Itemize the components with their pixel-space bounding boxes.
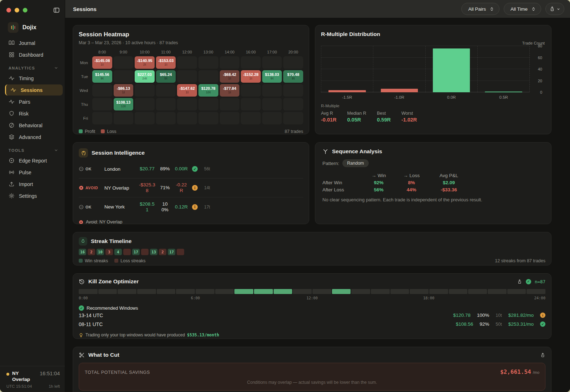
- broadcast-icon: [9, 169, 15, 175]
- intelligence-row[interactable]: AVOID NY Overlap -$325.38 71% -0.22R i 1…: [79, 179, 303, 197]
- export-button[interactable]: [545, 3, 564, 15]
- intelligence-row[interactable]: OK New York $208.51 100% 0.12R i 17t: [79, 197, 303, 216]
- sidebar-item-import[interactable]: Import: [0, 178, 65, 190]
- intelligence-row[interactable]: OK London $20.77 89% 0.00R ✓ 56t: [79, 160, 303, 179]
- sidebar-item-edge-report[interactable]: Edge Report: [0, 155, 65, 166]
- heatmap-cell: [177, 70, 197, 83]
- hour-segment: [507, 289, 526, 294]
- sidebar-section-tools[interactable]: TOOLS: [0, 143, 65, 155]
- killzone-axis: 0:00 6:00 12:00 18:00 24:00: [79, 296, 545, 301]
- sidebar-item-risk[interactable]: Risk: [0, 108, 65, 119]
- heatmap-cell[interactable]: $108.1313t: [114, 98, 134, 110]
- loss-streak-chip: [141, 249, 149, 255]
- win-streak-chip: 16: [79, 249, 86, 255]
- savings-summary-box: TOTAL POTENTIAL SAVINGS $2,661.54 /mo Co…: [79, 363, 545, 391]
- sidebar-item-advanced[interactable]: Advanced: [0, 131, 65, 143]
- sidebar-item-pulse[interactable]: Pulse: [0, 166, 65, 178]
- x-tick-label: -1.0R: [373, 95, 426, 99]
- share-icon[interactable]: [540, 352, 545, 358]
- check-badge-icon: ✓: [192, 166, 198, 172]
- brand: Dojix: [0, 16, 65, 36]
- pairs-filter-dropdown[interactable]: All Pairs: [461, 3, 499, 15]
- heatmap-cell: [283, 112, 303, 124]
- hour-segment: [274, 289, 292, 294]
- heatmap-cell: [220, 112, 240, 124]
- loss-streak-chip: 3: [105, 249, 113, 255]
- bar-0.5R: [485, 92, 522, 92]
- what-to-cut-title: What to Cut: [88, 352, 119, 358]
- heatmap-cell: [241, 98, 261, 110]
- hour-segment: [118, 289, 136, 294]
- bar-slot: [477, 46, 529, 92]
- heatmap-cell[interactable]: $138.039t: [262, 70, 282, 83]
- heatmap-cell[interactable]: $120.7810t: [198, 84, 218, 97]
- heatmap-cell[interactable]: $65.245t: [156, 70, 176, 83]
- hour-segment: [293, 289, 312, 294]
- rm-plot: 020406080: [321, 46, 530, 92]
- y-tick-label: 0: [540, 90, 542, 94]
- heatmap-cell[interactable]: -$153.031t: [156, 56, 176, 69]
- sidebar-item-timing[interactable]: Timing: [0, 72, 65, 84]
- sidebar-section-analytics[interactable]: ANALYTICS: [0, 61, 65, 72]
- win-streak-chip: 17: [132, 249, 140, 255]
- loss-streak-chip: [177, 249, 184, 255]
- y-tick-label: 40: [538, 67, 542, 71]
- heatmap-cell[interactable]: -$86.131t: [114, 84, 134, 97]
- window-chrome: [0, 0, 65, 16]
- heatmap-cell[interactable]: -$140.952t: [135, 56, 155, 69]
- bar--1.0R: [381, 89, 418, 92]
- stat-median-r: Median R0.05R: [347, 111, 367, 123]
- kill-zone-title: Kill Zone Optimizer: [88, 278, 139, 285]
- intelligence-title: Session Intelligence: [92, 150, 145, 156]
- streak-timeline-panel: Streak Timeline 16210341713217 Win strea…: [73, 232, 551, 265]
- heatmap-cell: [156, 112, 176, 124]
- win-streak-chip: 17: [168, 249, 175, 255]
- compass-icon: [9, 158, 15, 164]
- verified-badge-icon: ✓: [526, 279, 531, 284]
- sidebar-item-sessions[interactable]: Sessions: [5, 84, 63, 96]
- sidebar: Dojix Journal Dashboard ANALYTICS Timing: [0, 0, 65, 392]
- activity-icon: [10, 87, 16, 93]
- main-area: Sessions All Pairs All Time: [65, 0, 570, 392]
- heatmap-cell[interactable]: $70.488t: [283, 70, 303, 83]
- lightbulb-icon: [79, 333, 83, 337]
- zoom-window-button[interactable]: [23, 8, 27, 12]
- heatmap-cell: [198, 70, 218, 83]
- sidebar-item-journal[interactable]: Journal: [0, 37, 65, 49]
- close-window-button[interactable]: [6, 8, 11, 12]
- sidebar-item-dashboard[interactable]: Dashboard: [0, 49, 65, 61]
- savings-value: $2,661.54: [500, 368, 531, 375]
- heatmap-cell[interactable]: $145.569t: [92, 70, 112, 83]
- sidebar-item-behavioral[interactable]: Behavioral: [0, 119, 65, 131]
- heatmap-cell[interactable]: -$145.081t: [92, 56, 112, 69]
- time-filter-dropdown[interactable]: All Time: [504, 3, 541, 15]
- chevron-down-icon: [556, 7, 560, 11]
- heatmap-cell[interactable]: $227.0324t: [135, 70, 155, 83]
- share-icon[interactable]: [517, 279, 522, 284]
- heatmap-cell: [283, 84, 303, 97]
- hour-label: 16:00: [241, 50, 261, 54]
- heatmap-cell[interactable]: -$147.621t: [177, 84, 197, 97]
- local-time: 16:51:04: [40, 371, 60, 376]
- hour-segment: [371, 289, 390, 294]
- brand-name: Dojix: [22, 24, 36, 31]
- sidebar-item-pairs[interactable]: Pairs: [0, 96, 65, 108]
- sidebar-toggle-icon[interactable]: [53, 7, 60, 14]
- active-session-dot: [6, 373, 9, 376]
- info-badge-icon: i: [192, 204, 198, 210]
- sidebar-item-settings[interactable]: Settings: [0, 190, 65, 202]
- y-tick-label: 20: [538, 79, 542, 83]
- heatmap-cell[interactable]: -$68.421t: [220, 70, 240, 83]
- intelligence-footer: Avoid: NY Overlap: [79, 220, 303, 224]
- loss-streak-chip: [123, 249, 131, 255]
- heatmap-cell[interactable]: -$152.281t: [241, 70, 261, 83]
- heatmap-cell: [283, 56, 303, 69]
- minimize-window-button[interactable]: [15, 8, 19, 12]
- hour-label: 9:00: [114, 50, 134, 54]
- heatmap-cell: [114, 56, 134, 69]
- heatmap-cell[interactable]: -$77.841t: [220, 84, 240, 97]
- tip-value: $535.13/month: [187, 332, 219, 337]
- x-circle-icon: [79, 185, 84, 190]
- session-heatmap-panel: Session Heatmap Mar 3 – Mar 23, 2026 · 1…: [73, 25, 309, 134]
- heatmap-cell: [198, 56, 218, 69]
